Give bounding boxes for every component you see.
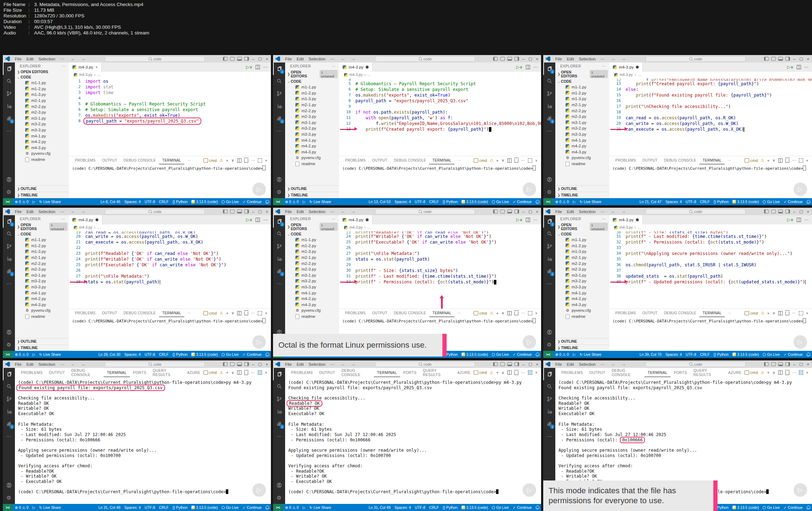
file-item-m1-3.py[interactable]: m1-3.py (15, 249, 69, 255)
file-item-m1-3.py[interactable]: m1-3.py (555, 249, 609, 255)
maximize-panel-icon[interactable] (258, 370, 262, 375)
menu-item-selection[interactable]: Selection (36, 57, 57, 61)
file-item-m1-3.py[interactable]: m1-3.py (15, 92, 69, 98)
menu-item-file[interactable]: File (13, 210, 24, 214)
account-icon[interactable] (3, 326, 15, 338)
settings[interactable]: ⚙ (273, 491, 285, 504)
extensions-icon[interactable]: 1 (3, 418, 15, 430)
toggle-secondary-sidebar-icon[interactable] (785, 57, 790, 61)
terminal-view[interactable]: (code) C:\PERSONAL-DATA\Projects\Current… (339, 164, 541, 198)
search-icon[interactable] (273, 228, 285, 240)
language-status[interactable]: {}Python (441, 506, 459, 510)
panel-tab-problems[interactable]: PROBLEMS (342, 309, 369, 317)
menu-item-file[interactable]: File (13, 57, 24, 61)
file-item-m4-1.py[interactable]: m4-1.py (285, 290, 339, 296)
maximize-button[interactable]: ▢ (257, 56, 262, 61)
menu-item-selection[interactable]: Selection (306, 57, 327, 61)
history-forward-icon[interactable]: → (350, 56, 357, 61)
history-back-icon[interactable]: ← (610, 209, 617, 214)
code-editor[interactable]: 23print(f"Readable? {'OK' if can_read el… (339, 230, 541, 309)
toggle-sidebar-icon[interactable] (764, 57, 769, 61)
file-item-m4-1.py[interactable]: m4-1.py (15, 133, 69, 139)
panel-tab-output[interactable]: OUTPUT (369, 156, 391, 164)
menu-item-edit[interactable]: Edit (565, 57, 576, 61)
file-item-m4-1.py[interactable]: m4-1.py (555, 137, 609, 143)
run-debug-icon[interactable] (3, 252, 15, 265)
explorer-icon[interactable] (543, 368, 555, 380)
minimize-button[interactable]: – (522, 362, 525, 366)
extensions-icon[interactable]: 1 (273, 112, 285, 125)
indentation-status[interactable]: Spaces: 4 (664, 353, 684, 357)
toggle-panel-icon[interactable] (778, 362, 783, 366)
more-icon[interactable]: ⋯ (792, 158, 796, 163)
file-item-m4-1.py[interactable]: m4-1.py (555, 290, 609, 296)
continue-status[interactable]: ✓Continue (782, 200, 805, 204)
menu-item-file[interactable]: File (283, 57, 294, 61)
notifications-status[interactable] (805, 353, 812, 356)
kill-terminal-icon[interactable] (785, 371, 789, 375)
menu-item-edit[interactable]: Edit (24, 57, 36, 61)
notifications-status[interactable] (534, 353, 541, 356)
cursor-position[interactable]: Ln 31, Col 49 (97, 506, 122, 510)
file-item-m1-1.py[interactable]: m1-1.py (15, 237, 69, 243)
folder-section[interactable]: ⌄CODE (15, 75, 69, 80)
maximize-button[interactable]: ▢ (257, 362, 262, 366)
toggle-panel-icon[interactable] (778, 57, 783, 61)
eol-status[interactable]: CRLF (698, 200, 712, 204)
file-item-m3-1.py[interactable]: m3-1.py (555, 272, 609, 278)
live-share-status[interactable]: ↻Live Share (37, 505, 63, 510)
eol-status[interactable]: CRLF (698, 353, 712, 357)
open-editors-section[interactable]: ❯OPEN EDITORS1 unsaved (15, 222, 69, 232)
encoding-status[interactable]: UTF-8 (143, 200, 157, 204)
menu-item-edit[interactable]: Edit (565, 210, 576, 214)
panel-tab-debug-console[interactable]: DEBUG CONSOLE (68, 368, 104, 377)
file-item-readme[interactable]: readme (15, 314, 69, 320)
tab-m4-3py[interactable]: m4-3.py (339, 215, 372, 224)
panel-tab-problems[interactable]: PROBLEMS (288, 368, 316, 377)
toggle-sidebar-icon[interactable] (764, 210, 769, 213)
terminal-profile-chip[interactable]: cmd (474, 158, 487, 163)
folder-section[interactable]: ⌄CODE (555, 232, 609, 237)
panel-tab-terminal[interactable]: TERMINAL (644, 368, 671, 377)
toggle-secondary-sidebar-icon[interactable] (785, 210, 790, 213)
more-icon[interactable]: ⋯ (725, 156, 735, 164)
more-actions[interactable]: ⋯ (273, 125, 285, 137)
account-icon[interactable] (543, 173, 555, 186)
minimize-button[interactable]: – (251, 362, 255, 366)
new-terminal-icon[interactable]: + (767, 370, 770, 375)
file-item-m1-2.py[interactable]: m1-2.py (15, 86, 69, 92)
file-item-m1-3.py[interactable]: m1-3.py (285, 96, 339, 102)
extensions-icon[interactable]: 1 (543, 265, 555, 277)
language-status[interactable]: {}Python (170, 506, 189, 510)
toggle-panel-icon[interactable] (507, 57, 512, 61)
panel-tab-ports[interactable]: PORTS (671, 368, 690, 377)
close-button[interactable]: × (265, 362, 269, 366)
eol-status[interactable]: CRLF (427, 506, 441, 510)
close-panel-icon[interactable]: × (265, 370, 267, 375)
toggle-panel-icon[interactable] (778, 210, 783, 213)
timeline-section[interactable]: ❯TIMELINE (15, 192, 69, 198)
problems-status[interactable]: ⊗0⚠0 (13, 200, 31, 204)
settings[interactable]: ⚙ (3, 491, 15, 504)
panel-tab-output[interactable]: OUTPUT (99, 156, 120, 164)
maximize-panel-icon[interactable] (258, 158, 262, 163)
terminal-view[interactable]: (code) C:\PERSONAL-DATA\Projects\Current… (609, 317, 812, 351)
new-terminal-icon[interactable]: + (767, 158, 770, 163)
file-item-m4-2.py[interactable]: m4-2.py (15, 139, 69, 145)
terminal-view[interactable]: (code) C:\PERSONAL-DATA\Projects\Current… (69, 317, 271, 351)
maximize-button[interactable]: ▢ (528, 209, 533, 214)
customize-layout-icon[interactable] (500, 57, 505, 61)
menu-item-more[interactable]: ⋯ (328, 56, 337, 61)
panel-tab-problems[interactable]: PROBLEMS (342, 156, 369, 164)
open-editors-section[interactable]: ❯OPEN EDITORS1 unsaved (555, 222, 609, 232)
encoding-status[interactable]: UTF-8 (143, 353, 157, 357)
interpreter-status[interactable]: 3.13.5 (code) (731, 506, 761, 510)
outline-section[interactable]: ❯OUTLINE (15, 185, 69, 192)
terminal-profile-chip[interactable]: cmd (745, 370, 758, 375)
language-status[interactable]: {}Python (170, 200, 189, 204)
explorer-icon[interactable]: 1 (543, 62, 555, 75)
file-item-readme[interactable]: readme (555, 161, 609, 167)
file-item-m3-3.py[interactable]: m3-3.py (285, 131, 339, 137)
terminal-view[interactable]: (code) C:\PERSONAL-DATA\Projects\Current… (69, 164, 271, 198)
encoding-status[interactable]: UTF-8 (684, 353, 698, 357)
